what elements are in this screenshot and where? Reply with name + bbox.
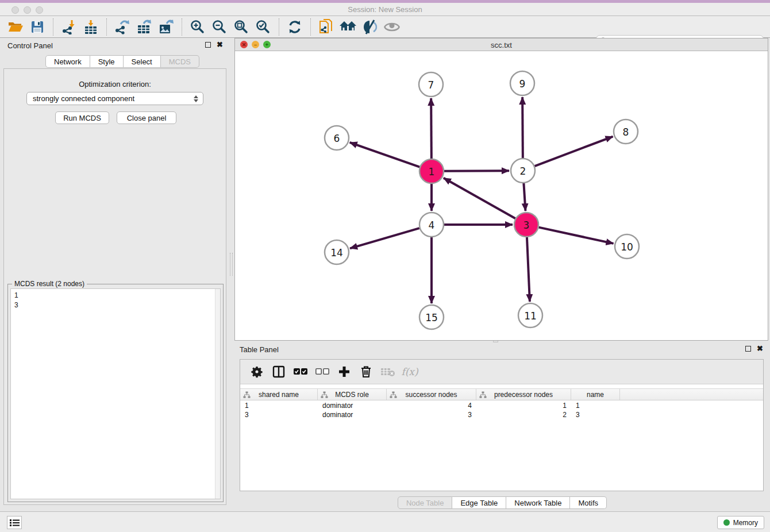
column-header-shared-name[interactable]: shared name bbox=[240, 389, 318, 400]
tab-select[interactable]: Select bbox=[124, 55, 161, 68]
column-header-MCDS-role[interactable]: MCDS role bbox=[318, 389, 387, 400]
edge-2-8[interactable] bbox=[535, 137, 613, 167]
edge-1-7[interactable] bbox=[431, 98, 432, 159]
table-cell[interactable]: 3 bbox=[571, 410, 620, 419]
tab-edge-table[interactable]: Edge Table bbox=[452, 496, 506, 509]
table-cell[interactable]: 1 bbox=[476, 401, 571, 410]
function-icon: f(x) bbox=[401, 363, 418, 380]
float-panel-icon[interactable] bbox=[205, 42, 211, 48]
graph-node-2[interactable]: 2 bbox=[511, 159, 535, 183]
network-window-titlebar[interactable]: ✕ – + scc.txt bbox=[235, 38, 768, 51]
table-cell[interactable]: 4 bbox=[387, 401, 476, 410]
task-history-button[interactable] bbox=[7, 516, 22, 529]
edge-3-11[interactable] bbox=[527, 237, 530, 302]
tab-mcds[interactable]: MCDS bbox=[161, 55, 199, 68]
zoom-fit-icon[interactable] bbox=[233, 18, 250, 36]
table-cell[interactable]: dominator bbox=[318, 410, 387, 419]
graph-node-6[interactable]: 6 bbox=[325, 126, 349, 150]
table-row[interactable]: 1dominator411 bbox=[240, 401, 763, 410]
edge-4-14[interactable] bbox=[350, 228, 419, 248]
svg-text:9: 9 bbox=[519, 78, 526, 90]
open-session-icon[interactable] bbox=[7, 18, 24, 36]
toolbar-separator bbox=[106, 18, 107, 36]
network-window-title: scc.txt bbox=[235, 41, 768, 49]
graph-node-10[interactable]: 10 bbox=[615, 234, 639, 259]
table-cell[interactable]: 2 bbox=[476, 410, 571, 419]
status-bar: Memory bbox=[0, 511, 770, 532]
export-image-icon[interactable] bbox=[157, 18, 175, 36]
graph-node-8[interactable]: 8 bbox=[614, 119, 638, 144]
tab-node-table[interactable]: Node Table bbox=[398, 496, 453, 509]
run-mcds-button[interactable]: Run MCDS bbox=[55, 111, 109, 124]
graph-node-1[interactable]: 1 bbox=[419, 159, 444, 183]
graph-node-15[interactable]: 15 bbox=[419, 305, 444, 329]
edge-1-6[interactable] bbox=[350, 142, 420, 167]
graph-node-7[interactable]: 7 bbox=[419, 72, 443, 97]
zoom-out-icon[interactable] bbox=[211, 18, 228, 36]
column-header-predecessor-nodes[interactable]: predecessor nodes bbox=[476, 389, 571, 400]
table-cell[interactable]: 3 bbox=[240, 410, 318, 419]
column-label: successor nodes bbox=[405, 391, 457, 399]
save-session-icon[interactable] bbox=[29, 18, 46, 36]
edge-2-3[interactable] bbox=[523, 183, 525, 211]
mcds-result-title: MCDS result (2 nodes) bbox=[12, 280, 87, 288]
table-body: 1dominator4113dominator323 bbox=[240, 401, 763, 419]
close-panel-icon[interactable]: ✖ bbox=[217, 42, 223, 48]
table-cell[interactable]: 1 bbox=[240, 401, 318, 410]
column-header-successor-nodes[interactable]: successor nodes bbox=[387, 389, 476, 400]
graph-node-3[interactable]: 3 bbox=[514, 213, 538, 237]
export-network-icon[interactable] bbox=[114, 18, 131, 36]
import-table-icon[interactable] bbox=[82, 18, 99, 36]
toolbar-separator bbox=[53, 18, 53, 36]
float-table-panel-icon[interactable] bbox=[745, 346, 751, 352]
table-row[interactable]: 3dominator323 bbox=[240, 410, 763, 419]
delete-table-icon bbox=[379, 363, 396, 380]
network-canvas[interactable]: 1234678910111415 bbox=[235, 51, 768, 340]
graph-node-9[interactable]: 9 bbox=[510, 71, 534, 95]
home-icon[interactable] bbox=[340, 18, 357, 36]
svg-text:8: 8 bbox=[623, 126, 629, 138]
edge-2-9[interactable] bbox=[522, 97, 523, 158]
mcds-result-area[interactable]: 1 3 bbox=[10, 288, 221, 499]
hide-details-icon[interactable] bbox=[361, 18, 379, 36]
table-cell[interactable]: 3 bbox=[387, 410, 476, 419]
zoom-selected-icon[interactable] bbox=[255, 18, 272, 36]
deselect-all-icon[interactable] bbox=[314, 363, 331, 380]
refresh-icon[interactable] bbox=[286, 18, 303, 36]
gear-icon[interactable] bbox=[248, 363, 265, 380]
tab-style[interactable]: Style bbox=[90, 55, 124, 68]
export-table-icon[interactable] bbox=[136, 18, 153, 36]
tab-motifs[interactable]: Motifs bbox=[570, 496, 607, 509]
table-header-row: shared nameMCDS rolesuccessor nodesprede… bbox=[240, 388, 763, 400]
svg-text:15: 15 bbox=[425, 312, 438, 323]
edge-3-1[interactable] bbox=[444, 178, 515, 218]
network-document-icon[interactable] bbox=[318, 18, 335, 36]
select-all-icon[interactable] bbox=[292, 363, 309, 380]
svg-text:10: 10 bbox=[621, 241, 633, 253]
delete-icon[interactable] bbox=[357, 363, 375, 380]
control-panel-title: Control Panel bbox=[7, 41, 53, 50]
memory-button[interactable]: Memory bbox=[717, 516, 764, 529]
zoom-in-icon[interactable] bbox=[189, 18, 206, 36]
graph-node-4[interactable]: 4 bbox=[419, 213, 444, 237]
import-network-icon[interactable] bbox=[60, 18, 78, 36]
edge-1-2[interactable] bbox=[444, 171, 509, 171]
result-scrollbar[interactable] bbox=[215, 289, 220, 499]
vertical-splitter[interactable] bbox=[230, 253, 233, 276]
optimization-criterion-select[interactable]: strongly connected component bbox=[26, 92, 203, 105]
close-panel-button[interactable]: Close panel bbox=[117, 111, 176, 124]
memory-label: Memory bbox=[733, 519, 758, 527]
split-column-icon[interactable] bbox=[270, 363, 287, 380]
add-icon[interactable] bbox=[336, 363, 353, 380]
graph-node-11[interactable]: 11 bbox=[518, 303, 542, 327]
close-table-panel-icon[interactable]: ✖ bbox=[757, 346, 763, 352]
column-header-name[interactable]: name bbox=[571, 389, 620, 400]
table-cell[interactable]: 1 bbox=[571, 401, 620, 410]
table-cell[interactable]: dominator bbox=[318, 401, 387, 410]
tab-network[interactable]: Network bbox=[45, 55, 90, 68]
graph-node-14[interactable]: 14 bbox=[325, 240, 349, 264]
tab-network-table[interactable]: Network Table bbox=[506, 496, 570, 509]
show-details-icon[interactable] bbox=[383, 18, 401, 36]
table-toolbar: f(x) bbox=[240, 360, 763, 384]
edge-3-10[interactable] bbox=[538, 228, 613, 244]
